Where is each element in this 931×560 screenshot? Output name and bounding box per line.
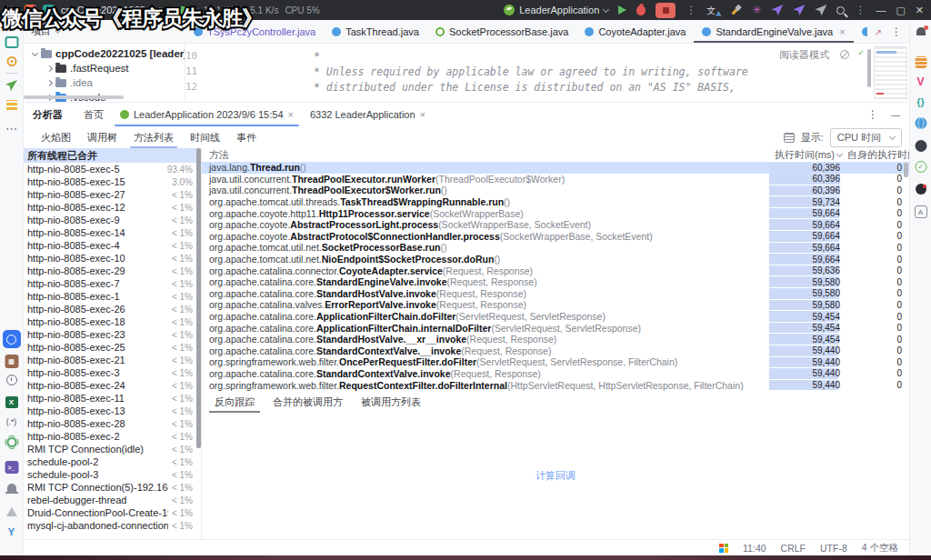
- thread-row[interactable]: http-nio-8085-exec-3 < 1%: [24, 366, 201, 379]
- thread-row[interactable]: schedule-pool-3 < 1%: [24, 468, 201, 481]
- more-tools-icon[interactable]: [5, 122, 17, 135]
- thread-row[interactable]: http-nio-8085-exec-26 < 1%: [24, 303, 201, 315]
- thread-row[interactable]: mysql-cj-abandoned-connection-cleanup < …: [24, 519, 201, 532]
- callee-tab[interactable]: 反向跟踪: [205, 391, 264, 413]
- stop-button[interactable]: [656, 3, 676, 18]
- thread-row[interactable]: http-nio-8085-exec-9 < 1%: [24, 214, 201, 226]
- history-icon[interactable]: [6, 375, 17, 385]
- thread-row[interactable]: RMI TCP Connection(idle) < 1%: [24, 443, 201, 455]
- braces-icon[interactable]: [916, 96, 925, 107]
- indent-widget[interactable]: 4 个空格: [862, 542, 898, 555]
- encoding-widget[interactable]: UTF-8: [820, 543, 847, 554]
- send-icon[interactable]: [793, 5, 805, 15]
- method-row[interactable]: org.apache.catalina.core.StandardHostVal…: [202, 334, 909, 345]
- thread-row[interactable]: http-nio-8085-exec-23 < 1%: [24, 328, 201, 341]
- callee-tab[interactable]: 合并的被调用方: [264, 391, 352, 413]
- thread-row[interactable]: http-nio-8085-exec-13 < 1%: [24, 405, 201, 417]
- thread-row[interactable]: http-nio-8085-exec-7 < 1%: [24, 277, 201, 290]
- collapse-all-icon[interactable]: [784, 133, 795, 143]
- code-editor[interactable]: 10 * 11 * Unless required by applicable …: [185, 44, 909, 102]
- panel-options-icon[interactable]: [867, 108, 878, 121]
- compute-callbacks-link[interactable]: 计算回调: [536, 469, 576, 483]
- profiler-tab[interactable]: LeaderApplication 2023/9/6 15:54: [112, 103, 302, 126]
- file-tab[interactable]: CoyoteAdapter.java: [576, 20, 694, 43]
- column-method[interactable]: 方法: [202, 148, 769, 162]
- method-row[interactable]: org.apache.coyote.http11.Http11Processor…: [202, 207, 909, 219]
- database-icon[interactable]: [915, 56, 926, 68]
- method-table-scrollbar[interactable]: [904, 163, 908, 177]
- notifications-bell-icon[interactable]: [916, 27, 926, 35]
- thread-row[interactable]: http-nio-8085-exec-1 < 1%: [24, 290, 201, 303]
- profiler-tab[interactable]: 6332 LeaderApplication: [302, 103, 434, 126]
- method-row[interactable]: org.apache.catalina.core.StandardHostVal…: [202, 288, 909, 300]
- profiler-tab[interactable]: 首页: [75, 103, 112, 126]
- regex-tool-icon[interactable]: [6, 417, 16, 426]
- send-icon[interactable]: [771, 5, 783, 15]
- debug-button[interactable]: [636, 5, 646, 15]
- highlight-off-icon[interactable]: [840, 50, 849, 59]
- globe-icon[interactable]: [915, 117, 926, 129]
- run-config-selector[interactable]: LeaderApplication: [504, 5, 608, 15]
- build-tools-icon[interactable]: [730, 5, 742, 16]
- thread-row[interactable]: http-nio-8085-exec-2 < 1%: [24, 430, 201, 443]
- metric-dropdown[interactable]: CPU 时间: [830, 128, 902, 147]
- column-self-time[interactable]: 自身的执行时间(…: [842, 148, 909, 162]
- minimap[interactable]: [874, 46, 907, 99]
- translate-icon[interactable]: [706, 5, 720, 16]
- thread-row[interactable]: http-nio-8085-exec-11 < 1%: [24, 392, 201, 405]
- method-row[interactable]: org.apache.catalina.core.ApplicationFilt…: [202, 311, 909, 323]
- profiler-tool-icon[interactable]: [3, 330, 21, 348]
- close-icon[interactable]: [839, 26, 845, 37]
- method-row[interactable]: org.apache.tomcat.util.net.SocketProcess…: [202, 242, 909, 254]
- coverage-tool-icon[interactable]: [5, 355, 18, 368]
- method-row[interactable]: org.apache.catalina.core.StandardContext…: [202, 368, 909, 380]
- method-row[interactable]: java.util.concurrent.ThreadPoolExecutor$…: [202, 185, 909, 196]
- profiler-subtab[interactable]: 时间线: [182, 126, 228, 148]
- method-row[interactable]: org.springframework.web.filter.OncePerRe…: [202, 356, 909, 368]
- thread-row[interactable]: RMI TCP Connection(5)-192.168.43.195 < 1…: [24, 481, 201, 494]
- thread-row[interactable]: http-nio-8085-exec-12 < 1%: [24, 201, 201, 214]
- file-tab[interactable]: Integer.java: [854, 20, 867, 43]
- method-row[interactable]: org.apache.catalina.core.StandardEngineV…: [202, 276, 909, 288]
- method-row[interactable]: org.apache.catalina.core.StandardContext…: [202, 345, 909, 357]
- profiler-subtab[interactable]: 调用树: [79, 126, 125, 148]
- thread-row[interactable]: Druid-ConnectionPool-Create-190968596 < …: [24, 506, 201, 519]
- editor-scrollbar[interactable]: [867, 49, 871, 87]
- thread-row[interactable]: http-nio-8085-exec-10 < 1%: [24, 252, 201, 265]
- method-row[interactable]: org.apache.catalina.valves.ErrorReportVa…: [202, 299, 909, 311]
- file-tab[interactable]: TSysPczyController.java: [185, 20, 324, 43]
- method-row[interactable]: java.util.concurrent.ThreadPoolExecutor.…: [202, 174, 909, 185]
- window-close-button[interactable]: [916, 5, 924, 15]
- thread-row[interactable]: http-nio-8085-exec-14 < 1%: [24, 226, 201, 239]
- thread-row[interactable]: http-nio-8085-exec-24 < 1%: [24, 379, 201, 392]
- thread-row[interactable]: http-nio-8085-exec-21 < 1%: [24, 354, 201, 366]
- thread-row[interactable]: schedule-pool-2 < 1%: [24, 455, 201, 468]
- tree-item[interactable]: .idea: [24, 75, 185, 90]
- reader-mode-link[interactable]: 阅读器模式: [779, 48, 829, 62]
- thread-row[interactable]: http-nio-8085-exec-18 < 1%: [24, 315, 201, 328]
- window-maximize-button[interactable]: [896, 5, 905, 15]
- pull-requests-icon[interactable]: [5, 80, 17, 91]
- close-icon[interactable]: [288, 109, 294, 120]
- more-icon[interactable]: [855, 4, 866, 16]
- method-row[interactable]: java.lang.Thread.run() 60,396 0: [202, 162, 909, 174]
- tree-root[interactable]: cppCode20221025 [leader] D:\code\: [24, 46, 185, 61]
- terminal-icon[interactable]: [5, 461, 18, 474]
- project-tool-icon[interactable]: [5, 36, 18, 48]
- search-icon[interactable]: [836, 6, 845, 15]
- file-tab[interactable]: SocketProcessorBase.java: [427, 20, 576, 43]
- profiler-subtab[interactable]: 方法列表: [125, 126, 182, 148]
- v-plugin-icon[interactable]: [916, 75, 924, 88]
- method-row[interactable]: org.apache.coyote.AbstractProcessorLight…: [202, 219, 909, 231]
- file-tab[interactable]: StandardEngineValve.java: [694, 20, 853, 43]
- method-row[interactable]: org.apache.catalina.connector.CoyoteAdap…: [202, 265, 909, 276]
- project-name[interactable]: cppCode20221025: [61, 5, 145, 15]
- method-row[interactable]: org.apache.tomcat.util.net.NioEndpoint$S…: [202, 254, 909, 265]
- project-panel-header[interactable]: 项目: [24, 20, 185, 43]
- thread-row[interactable]: http-nio-8085-exec-5 93.4%: [24, 163, 201, 175]
- main-menu-icon[interactable]: [7, 6, 18, 14]
- thread-row[interactable]: http-nio-8085-exec-28 < 1%: [24, 417, 201, 430]
- callee-tab[interactable]: 被调用方列表: [352, 391, 430, 413]
- method-row[interactable]: org.apache.tomcat.util.threads.TaskThrea…: [202, 196, 909, 208]
- window-minimize-button[interactable]: [876, 5, 886, 15]
